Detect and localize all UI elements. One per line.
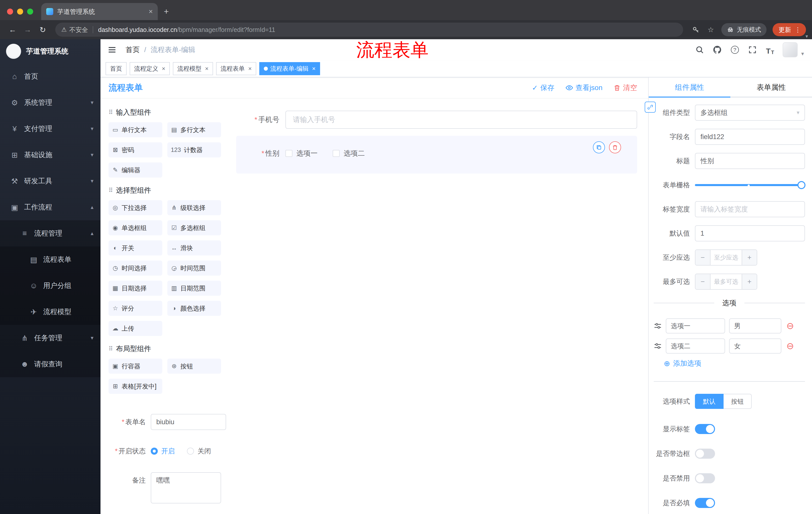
component-rate[interactable]: ☆评分	[109, 301, 162, 316]
window-zoom-button[interactable]	[27, 8, 33, 15]
component-switch[interactable]: ◐开关	[109, 240, 162, 255]
required-toggle[interactable]	[695, 498, 715, 508]
sidebar-item-workflow[interactable]: ▣ 工作流程 ▴	[0, 194, 100, 220]
component-editor[interactable]: ✎编辑器	[109, 162, 162, 178]
tab-component-props[interactable]: 组件属性	[649, 77, 730, 98]
fullscreen-icon[interactable]	[748, 45, 757, 55]
remove-option-icon[interactable]: ⊖	[786, 342, 794, 351]
tag-close-icon[interactable]: ×	[248, 65, 252, 72]
component-slider[interactable]: ↔滑块	[167, 240, 221, 255]
window-close-button[interactable]	[7, 8, 13, 15]
component-date-picker[interactable]: ▦日期选择	[109, 281, 162, 296]
show-label-toggle[interactable]	[695, 424, 715, 434]
option-value-input[interactable]	[729, 318, 781, 333]
checkbox-box[interactable]	[285, 150, 292, 157]
decrease-button[interactable]: −	[695, 250, 710, 265]
tag-process-definition[interactable]: 流程定义 ×	[129, 62, 170, 75]
update-button[interactable]: 更新 ⋮	[773, 23, 806, 36]
component-time-range[interactable]: ◶时间范围	[167, 261, 221, 276]
form-canvas[interactable]: *手机号 *性别 选项一 选项二	[227, 99, 648, 514]
new-tab-button[interactable]: +	[164, 7, 169, 16]
sidebar-item-process-model[interactable]: ✈ 流程模型	[0, 299, 100, 325]
password-key-icon[interactable]	[689, 26, 702, 34]
checkbox-box[interactable]	[332, 150, 340, 157]
clear-button[interactable]: 清空	[613, 83, 637, 92]
option-value-input[interactable]	[729, 339, 781, 354]
sidebar-item-devtools[interactable]: ⚒ 研发工具 ▾	[0, 168, 100, 194]
window-minimize-button[interactable]	[17, 8, 23, 15]
grid-slider[interactable]	[695, 177, 805, 193]
sidebar-item-process-form[interactable]: ▤ 流程表单	[0, 246, 100, 273]
view-json-button[interactable]: 查看json	[566, 83, 603, 92]
checkbox-option-2[interactable]: 选项二	[332, 148, 365, 158]
component-select[interactable]: ◎下拉选择	[109, 200, 162, 215]
default-value-input[interactable]	[695, 225, 805, 241]
checkbox-option-1[interactable]: 选项一	[285, 148, 318, 158]
forward-button[interactable]: →	[21, 25, 34, 34]
border-toggle[interactable]	[695, 449, 715, 459]
min-select-value[interactable]: 至少应选	[710, 250, 742, 265]
security-warning-icon[interactable]: ⚠	[61, 26, 67, 33]
github-icon[interactable]	[712, 45, 722, 55]
max-select-value[interactable]: 最多可选	[710, 274, 742, 289]
tag-process-form-edit[interactable]: 流程表单-编辑 ×	[259, 62, 320, 75]
component-radio-group[interactable]: ◉单选框组	[109, 220, 162, 235]
browser-menu-icon[interactable]: ⋮	[795, 26, 801, 33]
copy-field-button[interactable]	[593, 141, 605, 154]
tab-form-props[interactable]: 表单属性	[730, 77, 812, 98]
decrease-button[interactable]: −	[695, 274, 710, 289]
tag-close-icon[interactable]: ×	[162, 65, 165, 72]
delete-field-button[interactable]	[609, 141, 621, 154]
tag-home[interactable]: 首页	[106, 62, 127, 75]
sidebar-item-payment[interactable]: ¥ 支付管理 ▾	[0, 116, 100, 142]
sidebar-item-process-management[interactable]: ≡ 流程管理 ▴	[0, 220, 100, 246]
tag-close-icon[interactable]: ×	[205, 65, 208, 72]
tag-process-form[interactable]: 流程表单 ×	[216, 62, 256, 75]
component-cascader[interactable]: ⋔级联选择	[167, 200, 221, 215]
component-time-picker[interactable]: ◷时间选择	[109, 261, 162, 276]
sidebar-item-leave-query[interactable]: ☻ 请假查询	[0, 351, 100, 377]
option-label-input[interactable]	[666, 339, 725, 354]
status-radio-off[interactable]: 关闭	[187, 447, 211, 456]
sidebar-toggle-button[interactable]	[108, 45, 117, 54]
title-input[interactable]	[695, 153, 805, 169]
form-name-input[interactable]	[151, 414, 226, 430]
component-upload[interactable]: ☁上传	[109, 321, 162, 336]
sidebar-item-infra[interactable]: ⊞ 基础设施 ▾	[0, 142, 100, 168]
slider-handle[interactable]	[798, 181, 806, 189]
component-checkbox-group[interactable]: ☑多选框组	[167, 220, 221, 235]
option-drag-handle-icon[interactable]	[654, 342, 662, 350]
option-drag-handle-icon[interactable]	[654, 322, 662, 330]
browser-tab[interactable]: 芋道管理系统 ×	[41, 3, 158, 20]
style-button-button[interactable]: 按钮	[724, 394, 752, 409]
component-single-line-text[interactable]: ▭单行文本	[109, 122, 162, 137]
component-type-select[interactable]: 多选框组 ▾	[695, 105, 805, 121]
font-size-icon[interactable]: TT	[765, 45, 775, 55]
bookmark-star-icon[interactable]: ☆	[704, 26, 717, 34]
avatar-dropdown-caret-icon[interactable]: ▾	[801, 51, 804, 57]
toolbar-chevron-icon[interactable]: ▾	[806, 33, 808, 39]
component-date-range[interactable]: ▥日期范围	[167, 281, 221, 296]
status-radio-on[interactable]: 开启	[151, 447, 175, 456]
component-button[interactable]: ⊛按钮	[167, 359, 221, 374]
field-phone[interactable]: *手机号	[236, 111, 637, 129]
remove-option-icon[interactable]: ⊖	[786, 321, 794, 330]
address-bar[interactable]: ⚠ 不安全 dashboard.yudao.iocoder.cn/bpm/man…	[55, 23, 683, 37]
user-avatar[interactable]	[783, 42, 798, 57]
breadcrumb-home[interactable]: 首页	[126, 45, 140, 55]
disabled-toggle[interactable]	[695, 473, 715, 483]
reload-button[interactable]: ↻	[36, 25, 49, 34]
tag-close-icon[interactable]: ×	[312, 65, 316, 72]
component-row-container[interactable]: ▣行容器	[109, 359, 162, 374]
component-textarea[interactable]: ▤多行文本	[167, 122, 221, 137]
increase-button[interactable]: +	[742, 250, 757, 265]
component-password[interactable]: ⊠密码	[109, 142, 162, 157]
component-counter[interactable]: 123计数器	[167, 142, 221, 157]
field-gender-selected[interactable]: *性别 选项一 选项二	[236, 136, 637, 173]
field-name-input[interactable]	[695, 129, 805, 145]
field-phone-input[interactable]	[285, 111, 637, 129]
sidebar-item-task-management[interactable]: ⋔ 任务管理 ▾	[0, 325, 100, 351]
sidebar-item-system[interactable]: ⚙ 系统管理 ▾	[0, 89, 100, 116]
style-default-button[interactable]: 默认	[695, 394, 724, 409]
increase-button[interactable]: +	[742, 274, 757, 289]
